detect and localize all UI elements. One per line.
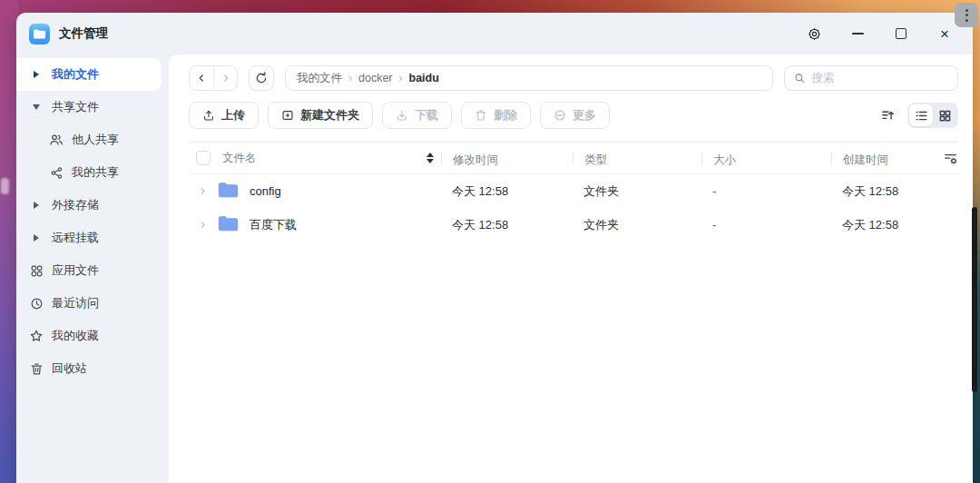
breadcrumb-separator: › [399, 72, 403, 84]
more-icon [554, 109, 566, 122]
share-icon [49, 166, 64, 180]
back-button[interactable] [190, 66, 213, 90]
grid-icon [29, 264, 44, 278]
trash-icon [29, 362, 44, 376]
download-icon [396, 109, 408, 122]
sidebar-item-recent[interactable]: 最近访问 [16, 287, 162, 320]
select-all-checkbox[interactable] [196, 151, 211, 165]
table-header: 文件名 修改时间 类型 大小 创建时间 [189, 142, 958, 174]
search-box[interactable] [784, 65, 958, 91]
close-icon[interactable]: × [936, 25, 953, 42]
navigation-row: 我的文件 › docker › baidu [189, 65, 958, 91]
search-icon [794, 72, 805, 84]
forward-button[interactable] [213, 66, 237, 90]
file-type: 文件夹 [573, 183, 701, 200]
file-mtime: 今天 12:58 [441, 217, 573, 233]
sidebar-item-my-files[interactable]: 我的文件 [16, 58, 162, 91]
list-view-icon[interactable] [909, 104, 933, 126]
download-button[interactable]: 下载 [382, 102, 452, 129]
sidebar-item-shared-by-others[interactable]: 他人共享 [16, 123, 162, 156]
clock-icon [29, 297, 44, 310]
sidebar-item-my-shares[interactable]: 我的共享 [16, 156, 162, 189]
file-type: 文件夹 [573, 217, 701, 233]
caret-right-icon [29, 234, 44, 242]
table-row[interactable]: config 今天 12:58 文件夹 - 今天 12:58 [189, 174, 958, 208]
wallpaper-left-strip [0, 0, 18, 483]
file-ctime: 今天 12:58 [831, 217, 935, 233]
column-header-name[interactable]: 文件名 [222, 151, 257, 166]
sidebar-item-external-storage[interactable]: 外接存储 [16, 189, 162, 222]
caret-down-icon [29, 104, 44, 110]
people-icon [49, 133, 64, 147]
folder-icon [218, 215, 239, 234]
app-folder-icon [29, 24, 50, 44]
file-manager-window: 文件管理 × 我的文件 [16, 13, 973, 483]
column-header-size[interactable]: 大小 [701, 153, 831, 164]
file-size: - [701, 218, 831, 232]
maximize-icon[interactable] [893, 25, 909, 42]
sidebar-item-recycle-bin[interactable]: 回收站 [16, 352, 162, 385]
titlebar: 文件管理 × [16, 13, 973, 54]
system-more-icon[interactable] [955, 3, 978, 27]
column-header-mtime[interactable]: 修改时间 [441, 153, 573, 164]
minimize-icon[interactable] [849, 25, 866, 42]
window-title: 文件管理 [59, 25, 108, 42]
sort-arrows-icon[interactable] [426, 153, 434, 163]
gear-icon[interactable] [806, 25, 822, 42]
breadcrumb-segment[interactable]: docker [358, 72, 393, 84]
star-icon [29, 329, 44, 343]
delete-icon [475, 109, 487, 122]
sidebar-item-remote-mount[interactable]: 远程挂载 [16, 222, 162, 254]
file-name[interactable]: 百度下载 [250, 217, 297, 233]
desktop: 文件管理 × 我的文件 [0, 0, 980, 483]
sidebar-item-shared-files[interactable]: 共享文件 [16, 91, 162, 123]
file-size: - [701, 184, 831, 198]
column-header-type[interactable]: 类型 [573, 153, 701, 164]
file-name[interactable]: config [250, 184, 281, 198]
new-folder-button[interactable]: 新建文件夹 [268, 102, 373, 129]
breadcrumb-segment[interactable]: 我的文件 [297, 71, 342, 86]
window-controls: × [806, 25, 953, 42]
file-table: 文件名 修改时间 类型 大小 创建时间 [189, 142, 958, 483]
upload-button[interactable]: 上传 [189, 102, 259, 129]
desktop-icon-fragment [1, 178, 9, 194]
caret-right-icon [29, 71, 44, 78]
more-button[interactable]: 更多 [540, 102, 610, 129]
folder-icon [218, 182, 239, 201]
file-mtime: 今天 12:58 [441, 183, 573, 200]
sidebar-item-app-files[interactable]: 应用文件 [16, 254, 162, 287]
breadcrumb[interactable]: 我的文件 › docker › baidu [285, 65, 773, 91]
caret-right-icon [29, 202, 44, 209]
sidebar-item-favorites[interactable]: 我的收藏 [16, 320, 162, 352]
new-folder-icon [281, 109, 294, 122]
content-panel: 我的文件 › docker › baidu [169, 54, 973, 483]
column-header-ctime[interactable]: 创建时间 [831, 153, 935, 164]
refresh-button[interactable] [249, 65, 274, 91]
file-ctime: 今天 12:58 [831, 183, 935, 200]
page-scrollbar[interactable] [972, 207, 977, 392]
grid-view-icon[interactable] [933, 104, 956, 126]
search-input[interactable] [811, 72, 948, 84]
breadcrumb-current[interactable]: baidu [409, 72, 439, 84]
sort-icon[interactable] [875, 103, 900, 128]
column-settings-icon[interactable] [935, 151, 958, 166]
breadcrumb-separator: › [348, 72, 352, 84]
sidebar: 我的文件 共享文件 他人共享 [16, 54, 169, 483]
delete-button[interactable]: 删除 [461, 102, 531, 129]
view-mode-switcher [907, 103, 958, 128]
expand-chevron-icon[interactable] [196, 220, 209, 230]
table-row[interactable]: 百度下载 今天 12:58 文件夹 - 今天 12:58 [189, 208, 958, 242]
expand-chevron-icon[interactable] [196, 186, 209, 196]
toolbar: 上传 新建文件夹 下载 [189, 102, 958, 129]
upload-icon [202, 109, 215, 122]
history-nav-group [189, 65, 238, 91]
